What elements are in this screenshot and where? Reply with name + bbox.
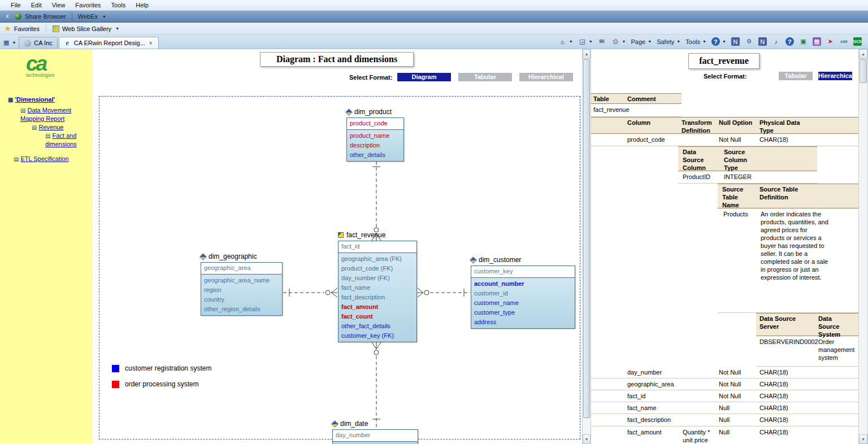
gear-icon[interactable]: ⚙ bbox=[743, 37, 755, 46]
chevron-down-icon[interactable]: ▼ bbox=[676, 40, 680, 43]
diagram-scrollbar[interactable]: ▲ ▼ bbox=[582, 49, 591, 444]
entity-name: dim_customer bbox=[479, 256, 521, 264]
scroll-up-icon[interactable]: ▲ bbox=[583, 49, 591, 59]
scroll-down-icon[interactable]: ▼ bbox=[583, 434, 591, 444]
entity-fact_revenue[interactable]: fact_idgeographic_area (FK)product_code … bbox=[338, 241, 417, 342]
sidebar-item-fact-and-dimensions[interactable]: ▤Fact and dimensions bbox=[45, 132, 83, 148]
sidebar-item--dimensional-[interactable]: ▦'Dimensional' bbox=[8, 95, 87, 104]
screen-capture-icon[interactable]: ▣ bbox=[797, 37, 809, 46]
data-cell: Null bbox=[719, 428, 755, 436]
help-menu[interactable]: ?▼ bbox=[710, 37, 728, 46]
entity-dim_date[interactable]: day_number bbox=[332, 429, 418, 444]
web-slice-icon[interactable] bbox=[53, 25, 59, 32]
data-cell: fact_description bbox=[627, 416, 678, 424]
image-capture-icon[interactable]: ▦ bbox=[813, 37, 821, 46]
chevron-down-icon[interactable]: ▼ bbox=[702, 40, 706, 43]
cml-icon[interactable]: cml bbox=[840, 37, 848, 46]
screen-capture-icon[interactable]: ▣ bbox=[799, 37, 808, 46]
menu-help[interactable]: Help bbox=[131, 1, 154, 9]
attribute: customer_name bbox=[471, 298, 575, 308]
web-slice-gallery-button[interactable]: Web Slice Gallery bbox=[62, 25, 111, 32]
logo-ca-text: ca bbox=[26, 54, 55, 74]
data-cell: ProductID bbox=[683, 173, 722, 181]
close-toolbar-button[interactable]: x bbox=[3, 12, 11, 20]
help-menu[interactable]: ? bbox=[711, 37, 720, 46]
menu-view[interactable]: View bbox=[47, 1, 71, 9]
sidebar-item-data-movement-mapping-report[interactable]: ▤Data Movement Mapping Report bbox=[20, 106, 80, 123]
data-cell: CHAR(18) bbox=[760, 136, 816, 143]
help-icon[interactable]: ? bbox=[785, 37, 794, 46]
scroll-up-icon[interactable]: ▲ bbox=[859, 49, 867, 59]
home-icon[interactable]: ⌂ bbox=[558, 37, 567, 46]
feeds-icon[interactable]: ◲▼ bbox=[576, 37, 594, 46]
detail-row: fact_amountQuantity * unit priceNullCHAR… bbox=[591, 426, 858, 443]
onenote-icon[interactable]: N bbox=[731, 37, 740, 46]
entity-key-area: product_code bbox=[347, 118, 403, 130]
cml-icon[interactable]: cml bbox=[838, 37, 850, 46]
page-menu[interactable]: Page▼ bbox=[630, 38, 654, 46]
header-cell: Comment bbox=[627, 95, 678, 103]
chevron-down-icon[interactable]: ▼ bbox=[115, 27, 119, 31]
jot-note-icon[interactable]: ♪ bbox=[772, 37, 780, 46]
favorites-star-icon[interactable]: ★ bbox=[5, 24, 11, 33]
send-icon[interactable]: ➤ bbox=[824, 37, 836, 46]
ca-favicon bbox=[24, 40, 31, 47]
sidebar-item-etl-specification[interactable]: ▤ETL Specification bbox=[14, 155, 87, 163]
scroll-down-icon[interactable]: ▼ bbox=[859, 434, 867, 444]
quick-tabs-icon[interactable]: ▦ bbox=[3, 39, 9, 46]
close-tab-icon[interactable]: × bbox=[148, 40, 154, 46]
chevron-down-icon[interactable]: ▼ bbox=[622, 40, 626, 43]
menu-favorites[interactable]: Favorites bbox=[70, 1, 106, 9]
entity-key-area: fact_id bbox=[338, 241, 416, 253]
scrollbar-thumb[interactable] bbox=[583, 59, 590, 418]
read-mail-icon[interactable]: ✉ bbox=[598, 37, 606, 46]
jot-note-icon[interactable]: ♪ bbox=[770, 37, 782, 46]
entity-dim_product[interactable]: product_codeproduct_namedescriptionother… bbox=[346, 117, 404, 162]
favorites-button[interactable]: Favorites bbox=[14, 25, 40, 32]
header-cell: Source Table Definition bbox=[760, 185, 822, 201]
chevron-down-icon[interactable]: ▼ bbox=[569, 40, 573, 43]
key-attribute: day_number bbox=[336, 432, 415, 438]
chevron-down-icon[interactable]: ▼ bbox=[102, 15, 106, 19]
detail-row: day_numberNot NullCHAR(18) bbox=[591, 367, 858, 378]
webex-menu[interactable]: WebEx bbox=[78, 13, 98, 20]
gear-icon[interactable]: ⚙ bbox=[745, 37, 753, 46]
feeds-icon[interactable]: ◲ bbox=[578, 37, 587, 46]
attribute: fact_count bbox=[338, 312, 416, 321]
menu-tools[interactable]: Tools bbox=[106, 1, 131, 9]
tab-ca-erwin-report-designer[interactable]: e CA ERwin Report Desig... × bbox=[59, 37, 159, 49]
menu-file[interactable]: File bbox=[6, 1, 26, 9]
chevron-down-icon[interactable]: ▼ bbox=[648, 40, 652, 43]
attribute: fact_amount bbox=[338, 302, 416, 312]
sidebar-item-label: Revenue bbox=[38, 124, 63, 130]
tools-menu[interactable]: Tools▼ bbox=[684, 38, 708, 46]
entity-dim_geographic[interactable]: geographic_areageographic_area_nameregio… bbox=[201, 262, 283, 316]
home-icon[interactable]: ⌂▼ bbox=[557, 37, 575, 46]
menu-edit[interactable]: Edit bbox=[26, 1, 47, 9]
onenote-send-icon[interactable]: N bbox=[758, 37, 767, 46]
chevron-down-icon[interactable]: ▼ bbox=[589, 40, 593, 43]
safety-menu[interactable]: Safety▼ bbox=[655, 38, 682, 46]
gcs-icon[interactable]: GCS bbox=[853, 37, 862, 46]
detail-format-tabular-button[interactable]: Tabular bbox=[779, 72, 813, 80]
onenote-send-icon[interactable]: N bbox=[757, 37, 769, 46]
detail-format-hierarchical-button[interactable]: Hierarchical bbox=[818, 72, 852, 80]
gcs-icon[interactable]: GCS bbox=[852, 37, 863, 46]
image-capture-icon[interactable]: ▦ bbox=[811, 37, 823, 46]
chevron-down-icon[interactable]: ▼ bbox=[722, 40, 726, 43]
entity-name: dim_geographic bbox=[209, 253, 257, 260]
detail-scrollbar[interactable]: ▲ ▼ bbox=[858, 49, 868, 444]
scrollbar-thumb[interactable] bbox=[860, 59, 867, 83]
help-icon[interactable]: ? bbox=[784, 37, 796, 46]
onenote-icon[interactable]: N bbox=[730, 37, 741, 46]
print-icon[interactable]: ⎙▼ bbox=[610, 37, 628, 46]
print-icon[interactable]: ⎙ bbox=[611, 37, 620, 46]
tab-ca-inc[interactable]: CA Inc bbox=[19, 37, 57, 49]
send-icon[interactable]: ➤ bbox=[826, 37, 835, 46]
share-browser-label[interactable]: Share Browser bbox=[25, 13, 66, 20]
attribute: customer_type bbox=[471, 308, 575, 317]
read-mail-icon[interactable]: ✉ bbox=[596, 37, 608, 46]
sidebar-item-revenue[interactable]: ▤Revenue bbox=[32, 123, 77, 132]
tab-list-chevron-icon[interactable]: ▼ bbox=[12, 41, 16, 45]
entity-dim_customer[interactable]: customer_keyaccount_numbercustomer_idcus… bbox=[471, 265, 575, 329]
